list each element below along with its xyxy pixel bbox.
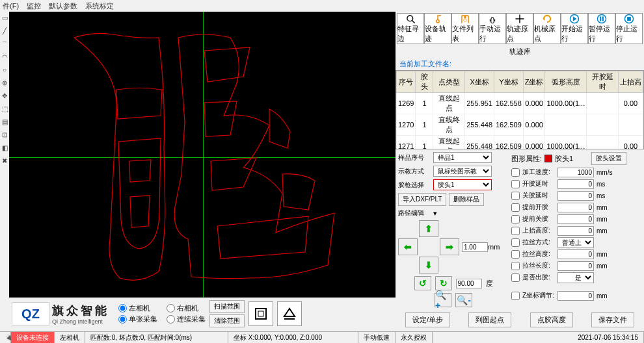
radio-left-cam[interactable]: 左相机 [118, 303, 157, 313]
toolbar-settrack[interactable]: 设备轨迹 [424, 13, 451, 44]
tool-text[interactable]: ⊕ [0, 79, 9, 88]
param-check[interactable] [511, 215, 520, 223]
jog-up[interactable]: ⬆ [419, 220, 438, 237]
scan-range-button[interactable]: 扫描范围 [209, 300, 245, 313]
zoom-in-icon[interactable]: 🔍+ [435, 293, 451, 307]
tool-x3[interactable]: ✖ [0, 157, 9, 166]
menu-file[interactable]: 件(F) [3, 1, 19, 11]
svg-point-11 [597, 14, 606, 23]
jog-down[interactable]: ⬇ [419, 257, 438, 273]
toolbar-machorg[interactable]: 机械原点 [533, 13, 561, 44]
param-input[interactable] [557, 214, 594, 224]
svg-rect-13 [602, 16, 604, 21]
clear-range-button[interactable]: 清除范围 [209, 314, 245, 327]
param-input[interactable] [557, 191, 594, 201]
rotate-ccw[interactable]: ↺ [414, 276, 431, 290]
param-select[interactable]: 普通上抬 [557, 237, 594, 248]
param-check[interactable] [511, 227, 520, 235]
svg-rect-0 [256, 309, 266, 319]
time-status: 2021-07-06 15:34:15 [433, 332, 644, 343]
tool-line[interactable]: ╱ [0, 27, 9, 36]
param-check[interactable] [511, 273, 520, 282]
svg-rect-12 [600, 16, 601, 21]
param-check[interactable] [511, 238, 520, 247]
param-input[interactable] [557, 203, 594, 212]
param-input[interactable] [557, 261, 594, 271]
param-input[interactable] [557, 226, 594, 236]
jog-right[interactable]: ➡ [440, 238, 459, 255]
table-row[interactable]: 12691直线起点255.951162.5580.0001000.00(1...… [397, 93, 643, 114]
param-check[interactable] [511, 262, 520, 270]
svg-point-5 [464, 19, 466, 21]
tool-circle[interactable]: ○ [0, 66, 9, 75]
tool-move[interactable]: ✥ [0, 92, 9, 101]
radio-right-cam[interactable]: 右相机 [167, 303, 206, 313]
param-check[interactable] [511, 292, 520, 300]
svg-line-3 [412, 20, 414, 23]
table-row[interactable]: 12711直线起点255.448162.5090.0001000.00(1...… [397, 136, 643, 150]
sample-select[interactable]: 样品1 [433, 152, 492, 163]
glue-select[interactable]: 胶头1 [433, 179, 492, 190]
tool-arc[interactable]: ◠ [0, 53, 9, 62]
tool-hand[interactable]: ⬚ [0, 105, 9, 114]
export-icon[interactable] [277, 301, 302, 326]
set-step-button[interactable]: 设定/单步 [405, 312, 450, 327]
toolbar-pause[interactable]: 暂停运行 [588, 13, 615, 44]
tool-x2[interactable]: ◧ [0, 144, 9, 153]
param-input[interactable] [557, 249, 594, 259]
toolbar-start[interactable]: 开始运行 [561, 13, 588, 44]
demo-mode-select[interactable]: 鼠标绘图示教 [433, 166, 492, 177]
menu-monitor[interactable]: 监控 [27, 1, 41, 11]
tool-zoom[interactable]: ▤ [0, 118, 9, 127]
to-origin-button[interactable]: 到图起点 [468, 312, 511, 327]
camera-status: 左相机 [55, 332, 85, 343]
svg-rect-1 [258, 311, 263, 316]
param-check[interactable] [511, 192, 520, 200]
toolbar-featfind[interactable]: 特征寻边 [397, 13, 424, 44]
param-input[interactable] [557, 291, 594, 301]
toolbar-origin[interactable]: 轨迹原点 [506, 13, 533, 44]
brand-logo: QZ 旗众智能 Qi Zhong Intelligent [12, 302, 109, 325]
tool-curve[interactable]: ⌒ [0, 40, 9, 49]
save-file-button[interactable]: 保存文件 [591, 312, 634, 327]
track-grid[interactable]: 序号胶头点类型X坐标Y坐标Z坐标弧形高度开胶延时上抬高12691直线起点255.… [396, 70, 644, 149]
fit-icon[interactable] [248, 301, 273, 326]
svg-rect-15 [627, 17, 631, 21]
jog-status: 手动低速 [358, 332, 396, 343]
delete-sample-button[interactable]: 删除样品 [449, 193, 484, 206]
current-file-label: 当前加工文件名: [396, 58, 644, 70]
match-status: 匹配数:0, 坏点数:0, 匹配时间:0(ms) [85, 332, 228, 343]
angle-input[interactable] [456, 279, 482, 288]
param-check[interactable] [511, 250, 520, 259]
glue-height-button[interactable]: 点胶高度 [530, 312, 573, 327]
zoom-out-icon[interactable]: 🔍- [455, 293, 472, 307]
table-row[interactable]: 12701直线终点255.448162.5090.000 [397, 114, 643, 136]
tool-x1[interactable]: ⊡ [0, 131, 9, 140]
param-select[interactable]: 是 [557, 272, 594, 283]
track-lib-title: 轨迹库 [396, 45, 644, 58]
svg-point-4 [436, 19, 439, 22]
tool-select[interactable]: ▭ [0, 14, 9, 23]
import-button[interactable]: 导入DXF/PLT [398, 193, 446, 206]
toolbar-manualgo[interactable]: 手动运行 [479, 13, 506, 44]
radio-single[interactable]: 单张采集 [118, 314, 157, 324]
param-input[interactable] [557, 168, 594, 177]
drawing-canvas[interactable] [9, 12, 396, 298]
jog-left[interactable]: ⬅ [398, 238, 418, 255]
param-check[interactable] [511, 168, 520, 177]
rotate-cw[interactable]: ↻ [435, 276, 452, 290]
toolbar-stop[interactable]: 停止运行 [615, 13, 643, 44]
status-bar: 🔌 设备未连接 左相机 匹配数:0, 坏点数:0, 匹配时间:0(ms) 坐标 … [0, 331, 644, 343]
menu-params[interactable]: 默认参数 [49, 1, 77, 11]
top-toolbar: 特征寻边设备轨迹文件列表手动运行轨迹原点机械原点开始运行暂停运行停止运行 [396, 12, 644, 45]
toolbar-filelist[interactable]: 文件列表 [451, 13, 479, 44]
radio-cont[interactable]: 连续采集 [167, 314, 206, 324]
menu-sys[interactable]: 系统标定 [85, 1, 114, 11]
param-check[interactable] [511, 180, 520, 188]
param-check[interactable] [511, 203, 520, 212]
auth-status: 永久授权 [396, 332, 433, 343]
param-input[interactable] [557, 179, 594, 189]
head-settings-button[interactable]: 胶头设置 [591, 152, 626, 165]
device-status: 设备未连接 [11, 332, 55, 343]
step-input[interactable] [462, 242, 488, 252]
